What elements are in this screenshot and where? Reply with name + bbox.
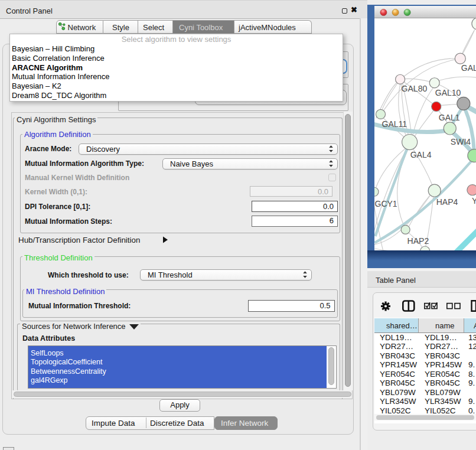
svg-text:YL: YL (471, 196, 475, 206)
svg-text:GAL80: GAL80 (401, 84, 427, 93)
svg-text:GAL4: GAL4 (410, 150, 431, 159)
svg-text:HAP4: HAP4 (436, 197, 458, 207)
svg-text:SWI4: SWI4 (450, 137, 470, 146)
svg-text:GAL7: GAL7 (461, 63, 476, 73)
svg-text:GAL1: GAL1 (438, 113, 459, 122)
svg-text:GCY1: GCY1 (374, 199, 397, 208)
svg-text:GAL10: GAL10 (435, 88, 461, 97)
svg-text:GAL11: GAL11 (382, 119, 407, 129)
svg-text:HAP2: HAP2 (407, 236, 429, 246)
